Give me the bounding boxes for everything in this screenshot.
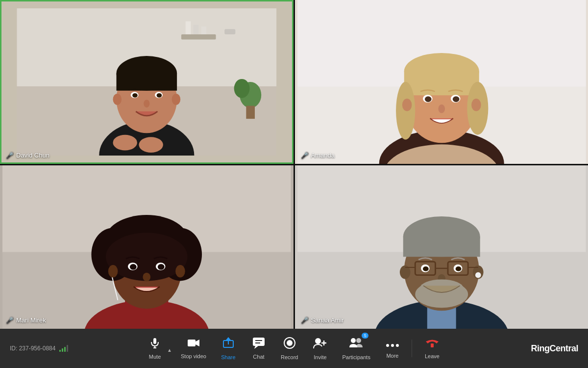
signal-strength bbox=[59, 345, 68, 352]
video-tile-sanaa-amir[interactable]: 🎤 Sanaa Amir bbox=[295, 165, 588, 329]
mic-icon-mari: 🎤 bbox=[6, 316, 14, 324]
toolbar-left: ID: 237-956-0884 bbox=[10, 345, 88, 352]
video-tile-mari-mirek[interactable]: 🎤 Mari Mirek bbox=[0, 165, 294, 329]
share-icon bbox=[222, 337, 235, 352]
svg-rect-110 bbox=[431, 343, 434, 347]
svg-point-41 bbox=[424, 96, 431, 102]
signal-bar-2 bbox=[62, 348, 63, 352]
svg-rect-88 bbox=[153, 338, 156, 344]
mic-icon-david: 🎤 bbox=[6, 152, 14, 159]
invite-icon bbox=[313, 337, 327, 352]
leave-button[interactable]: Leave bbox=[418, 335, 446, 362]
invite-label: Invite bbox=[314, 354, 326, 360]
svg-point-82 bbox=[422, 266, 428, 271]
svg-rect-6 bbox=[224, 29, 235, 34]
svg-point-61 bbox=[130, 264, 137, 270]
mute-label: Mute bbox=[149, 354, 161, 360]
participants-badge: 5 bbox=[362, 333, 368, 339]
svg-point-21 bbox=[157, 93, 162, 98]
svg-point-42 bbox=[452, 96, 459, 102]
svg-point-101 bbox=[287, 340, 293, 346]
video-icon bbox=[187, 338, 200, 351]
chat-label: Chat bbox=[253, 354, 264, 360]
svg-rect-5 bbox=[201, 26, 206, 34]
video-tile-amanda[interactable]: 🎤 Amanda bbox=[295, 0, 588, 164]
svg-point-109 bbox=[396, 344, 399, 347]
more-button[interactable]: More bbox=[379, 335, 406, 362]
svg-point-16 bbox=[113, 94, 122, 105]
mic-icon-amanda: 🎤 bbox=[301, 152, 309, 159]
svg-marker-95 bbox=[226, 337, 231, 340]
participant-video-mari-mirek bbox=[0, 165, 294, 329]
svg-point-87 bbox=[475, 272, 481, 278]
toolbar: ID: 237-956-0884 Mute bbox=[0, 329, 588, 368]
video-tile-david-chun[interactable]: 🎤 David Chun bbox=[0, 0, 294, 164]
svg-point-20 bbox=[132, 93, 138, 98]
svg-point-38 bbox=[471, 99, 481, 111]
svg-point-58 bbox=[175, 265, 185, 278]
svg-rect-34 bbox=[404, 71, 479, 95]
svg-point-107 bbox=[386, 344, 389, 347]
share-button[interactable]: Share bbox=[215, 334, 242, 363]
brand-logo: RingCentral bbox=[531, 343, 578, 354]
svg-marker-92 bbox=[196, 340, 199, 346]
invite-button[interactable]: Invite bbox=[307, 334, 333, 363]
record-icon bbox=[283, 337, 296, 352]
signal-bar-4 bbox=[67, 345, 68, 352]
signal-bar-3 bbox=[64, 347, 66, 352]
svg-rect-2 bbox=[181, 34, 216, 40]
participants-button[interactable]: 5 Participants bbox=[337, 334, 375, 363]
svg-point-43 bbox=[438, 105, 445, 113]
toolbar-right: RingCentral bbox=[500, 343, 578, 354]
more-label: More bbox=[386, 353, 398, 359]
svg-rect-3 bbox=[186, 21, 191, 34]
svg-point-17 bbox=[172, 94, 180, 105]
participant-video-amanda bbox=[295, 0, 588, 164]
leave-label: Leave bbox=[425, 353, 440, 359]
participants-icon: 5 bbox=[349, 337, 364, 352]
chat-icon bbox=[252, 337, 265, 352]
participant-name-amanda: 🎤 Amanda bbox=[301, 152, 335, 159]
svg-point-22 bbox=[144, 100, 149, 107]
meeting-id: ID: 237-956-0884 bbox=[10, 345, 55, 352]
svg-point-24 bbox=[139, 137, 163, 153]
svg-rect-96 bbox=[253, 338, 265, 346]
svg-point-57 bbox=[108, 265, 118, 278]
mute-caret[interactable]: ▲ bbox=[167, 347, 172, 353]
svg-rect-91 bbox=[188, 340, 196, 346]
share-label: Share bbox=[221, 354, 235, 360]
record-button[interactable]: Record bbox=[276, 334, 303, 363]
svg-rect-15 bbox=[116, 73, 177, 90]
mic-icon bbox=[149, 337, 161, 352]
participant-video-david-chun bbox=[0, 0, 294, 164]
participant-name-mari-mirek: 🎤 Mari Mirek bbox=[6, 316, 46, 324]
participant-name-david-chun: 🎤 David Chun bbox=[6, 152, 49, 159]
svg-point-105 bbox=[351, 338, 356, 343]
toolbar-separator bbox=[412, 340, 412, 357]
participant-video-sanaa-amir bbox=[295, 165, 588, 329]
participants-label: Participants bbox=[342, 354, 370, 360]
svg-point-108 bbox=[391, 344, 394, 347]
mute-button[interactable]: Mute bbox=[142, 334, 168, 363]
participant-name-sanaa-amir: 🎤 Sanaa Amir bbox=[301, 316, 344, 324]
svg-marker-97 bbox=[254, 346, 258, 349]
svg-point-102 bbox=[315, 338, 321, 344]
signal-bar-1 bbox=[59, 350, 61, 352]
svg-point-83 bbox=[455, 266, 461, 271]
stop-video-label: Stop video bbox=[181, 353, 206, 359]
svg-rect-72 bbox=[403, 237, 480, 257]
chat-button[interactable]: Chat bbox=[245, 334, 272, 363]
video-grid: 🎤 David Chun bbox=[0, 0, 588, 329]
record-label: Record bbox=[281, 354, 298, 360]
mute-group: Mute ▲ bbox=[142, 334, 172, 363]
toolbar-center: Mute ▲ Stop video Share bbox=[88, 334, 500, 363]
mic-icon-sanaa: 🎤 bbox=[301, 316, 309, 324]
svg-point-23 bbox=[113, 134, 137, 150]
svg-rect-4 bbox=[194, 25, 199, 34]
svg-point-62 bbox=[158, 264, 165, 270]
svg-point-37 bbox=[402, 99, 412, 111]
leave-icon bbox=[425, 338, 440, 351]
stop-video-button[interactable]: Stop video bbox=[176, 335, 211, 362]
svg-point-106 bbox=[356, 338, 361, 343]
svg-rect-9 bbox=[246, 105, 255, 118]
